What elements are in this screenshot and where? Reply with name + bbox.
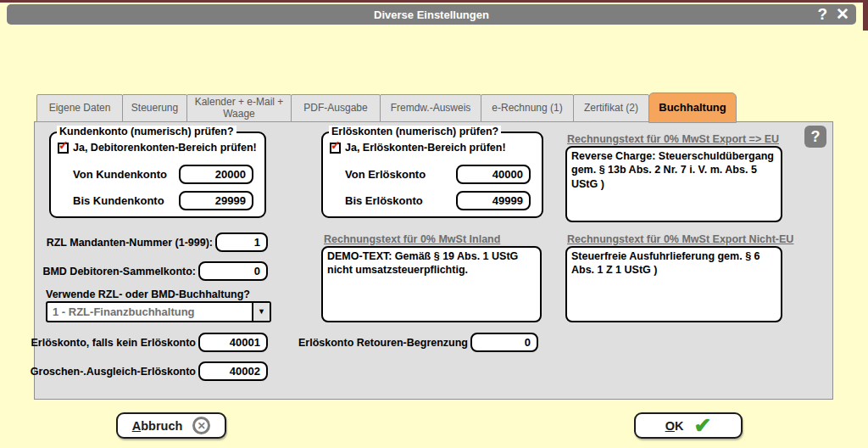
bis-erloeskonto-label: Bis Erlöskonto [345,194,423,207]
ok-checkmark-icon: ✔ [693,415,711,436]
bmd-sammelkonto-input[interactable] [198,261,268,281]
erloeskonto-fallback-input[interactable] [198,333,268,352]
buchhaltung-select[interactable]: 1 - RZL-Finanzbuchhaltung ▼ [46,301,271,322]
dialog-titlebar[interactable]: Diverse Einstellungen ? ✕ [7,4,856,25]
dialog-title: Diverse Einstellungen [374,8,489,21]
groschen-ausgleich-label: Groschen-.Ausgleich-Erlöskonto [31,366,196,378]
titlebar-buttons: ? ✕ [817,4,849,25]
erloeskonten-groupbox: Erlöskonten (numerisch) prüfen? ✓ Ja, Er… [321,132,543,218]
erloeskonten-check-row: ✓ Ja, Erlöskonten-Bereich prüfen! [330,142,506,154]
checkbox-check-icon: ✓ [58,139,69,151]
window-edge-right [863,0,868,31]
erloeskonten-group-legend: Erlöskonten (numerisch) prüfen? [329,126,501,137]
bis-kundenkonto-row: Bis Kundenkonto [73,191,253,210]
von-kundenkonto-input[interactable] [179,165,253,184]
tab-zertifikat[interactable]: Zertifikat (2) [573,94,649,122]
bis-kundenkonto-label: Bis Kundenkonto [73,194,164,207]
groschen-ausgleich-row: Groschen-.Ausgleich-Erlöskonto [46,361,268,381]
von-kundenkonto-row: Von Kundenkonto [73,165,253,184]
debitoren-check-row: ✓ Ja, Debitorenkonten-Bereich prüfen! [58,142,257,154]
help-icon[interactable]: ? [817,4,827,25]
groschen-ausgleich-input[interactable] [198,361,268,381]
kundenkonto-groupbox: Kundenkonto (numerisch) prüfen? ✓ Ja, De… [49,132,266,218]
debitoren-checkbox-label: Ja, Debitorenkonten-Bereich prüfen! [73,142,257,154]
retouren-begrenzung-row: Erlöskonto Retouren-Begrenzung [314,333,538,352]
ok-button[interactable]: OK ✔ [634,412,743,439]
buchhaltung-select-label: Verwende RZL- oder BMD-Buchhaltung? [46,288,250,300]
bis-erloeskonto-row: Bis Erlöskonto [345,191,531,210]
ok-button-label: OK [665,419,684,433]
erloeskonten-checkbox-label: Ja, Erlöskonten-Bereich prüfen! [345,142,506,154]
von-erloeskonto-row: Von Erlöskonto [345,165,531,184]
tab-bar: Eigene Daten Steuerung Kalender + e-Mail… [36,92,737,122]
cancel-button[interactable]: Abbruch ✕ [116,412,226,439]
bis-kundenkonto-input[interactable] [179,191,253,210]
rzl-mandant-row: RZL Mandanten-Nummer (1-999): [46,232,268,252]
dropdown-button[interactable]: ▼ [252,303,270,321]
tab-pdf-ausgabe[interactable]: PDF-Ausgabe [291,94,381,122]
text-export-eu-textarea[interactable]: Reverse Charge: Steuerschuldübergang gem… [565,146,782,222]
von-erloeskonto-label: Von Erlöskonto [345,168,426,181]
rzl-mandant-input[interactable] [215,232,268,252]
bmd-sammelkonto-row: BMD Debitoren-Sammelkonto: [46,261,268,281]
cancel-circle-x-icon: ✕ [192,417,210,434]
close-icon[interactable]: ✕ [836,4,849,25]
panel-help-button[interactable]: ? [804,126,826,148]
tab-content-panel: Kundenkonto (numerisch) prüfen? ✓ Ja, De… [34,121,833,400]
text-export-non-eu-label: Rechnungstext für 0% MwSt Export Nicht-E… [567,233,793,245]
von-kundenkonto-label: Von Kundenkonto [73,168,167,181]
text-inland-textarea[interactable]: DEMO-TEXT: Gemäß § 19 Abs. 1 UStG nicht … [321,246,542,322]
debitoren-checkbox[interactable]: ✓ [58,143,69,154]
buchhaltung-select-value: 1 - RZL-Finanzbuchhaltung [47,303,252,321]
cancel-button-label: Abbruch [132,419,183,433]
checkbox-check-icon: ✓ [331,139,341,151]
erloeskonto-fallback-label: Erlöskonto, falls kein Erlöskonto [31,337,196,349]
question-mark-icon: ? [811,128,821,146]
chevron-down-icon: ▼ [258,308,265,316]
rzl-mandant-label: RZL Mandanten-Nummer (1-999): [47,237,213,249]
erloeskonto-fallback-row: Erlöskonto, falls kein Erlöskonto [46,333,268,352]
window-edge-top [0,0,868,3]
von-erloeskonto-input[interactable] [456,165,531,184]
application-window: Diverse Einstellungen ? ✕ Eigene Daten S… [0,0,868,448]
tab-eigene-daten[interactable]: Eigene Daten [36,94,123,122]
erloeskonten-checkbox[interactable]: ✓ [330,143,341,154]
bmd-sammelkonto-label: BMD Debitoren-Sammelkonto: [42,266,196,277]
bis-erloeskonto-input[interactable] [456,191,531,210]
tab-fremdw-ausweis[interactable]: Fremdw.-Ausweis [380,94,481,122]
kundenkonto-group-legend: Kundenkonto (numerisch) prüfen? [57,126,236,137]
tab-e-rechnung[interactable]: e-Rechnung (1) [481,94,574,122]
tab-buchhaltung[interactable]: Buchhaltung [648,92,737,123]
x-glyph: ✕ [198,421,206,431]
retouren-begrenzung-label: Erlöskonto Retouren-Begrenzung [298,337,468,349]
tab-steuerung[interactable]: Steuerung [122,94,187,122]
text-export-non-eu-textarea[interactable]: Steuerfreie Ausfuhrlieferung gem. § 6 Ab… [565,246,782,322]
retouren-begrenzung-input[interactable] [470,333,538,352]
text-inland-label: Rechnungstext für 0% MwSt Inland [324,233,500,245]
text-export-eu-label: Rechnungstext für 0% MwSt Export => EU [567,133,779,145]
tab-kalender-email-waage[interactable]: Kalender + e-Mail + Waage [186,94,292,122]
